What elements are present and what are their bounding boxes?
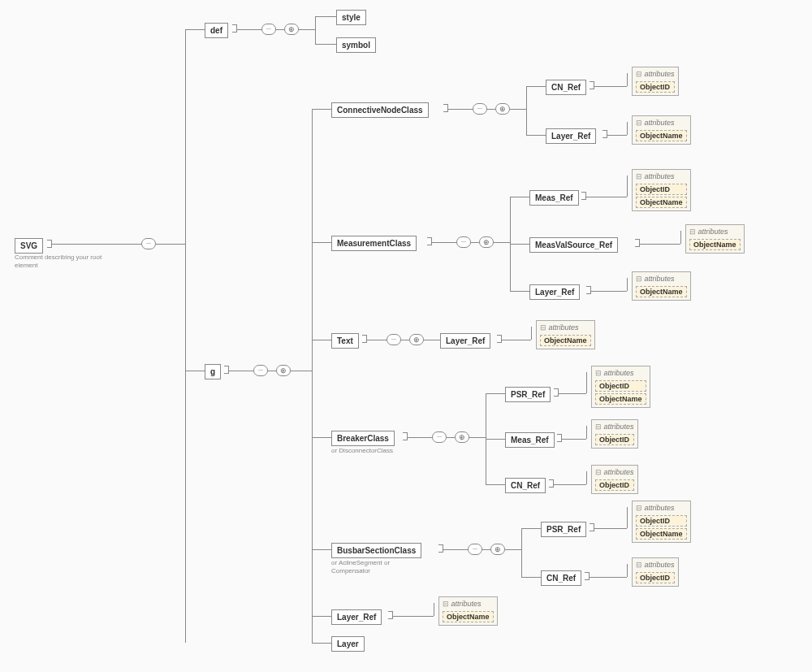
- attrbox-measref-2: attributes ObjectID: [591, 419, 638, 449]
- node-g: g: [205, 364, 221, 379]
- attrbox-layerref-4: attributes ObjectName: [438, 596, 498, 626]
- node-cn-ref-3: CN_Ref: [541, 570, 581, 586]
- connector-choice-def: [284, 24, 299, 35]
- attrbox-measvalsource: attributes ObjectName: [685, 224, 745, 254]
- attrbox-cnref-2: attributes ObjectID: [591, 465, 638, 494]
- diagram-canvas: SVG Comment describing your root element…: [8, 8, 804, 664]
- connector-choice-bsc: [490, 544, 505, 555]
- node-cn-ref-2: CN_Ref: [505, 478, 546, 493]
- attrbox-cnref-1: attributes ObjectID: [632, 67, 679, 96]
- node-svg: SVG: [15, 238, 43, 254]
- connector-choice-cnc: [495, 103, 510, 115]
- node-layer-ref-2: Layer_Ref: [529, 284, 580, 300]
- connector-choice-bc: [455, 431, 469, 443]
- node-psr-ref-1: PSR_Ref: [505, 387, 551, 402]
- node-layer-ref-4: Layer_Ref: [331, 609, 382, 625]
- node-cnc: ConnectiveNodeClass: [331, 102, 429, 118]
- node-style: style: [336, 10, 366, 25]
- attrbox-cnref-3: attributes ObjectID: [632, 557, 679, 587]
- comment-root: Comment describing your root element: [15, 254, 112, 269]
- node-mc: MeasurementClass: [331, 236, 417, 251]
- node-measvalsource-ref: MeasValSource_Ref: [529, 237, 618, 253]
- node-symbol: symbol: [336, 37, 376, 53]
- connector-seq-root: [141, 238, 156, 249]
- node-psr-ref-2: PSR_Ref: [541, 522, 586, 537]
- node-bc: BreakerClass: [331, 431, 395, 446]
- connector-seq-mc: [456, 236, 471, 248]
- connector-choice-mc: [479, 236, 494, 248]
- node-cn-ref-1: CN_Ref: [546, 80, 586, 95]
- connector-choice-g: [276, 365, 291, 376]
- attrbox-layerref-2: attributes ObjectName: [632, 271, 691, 301]
- connector-choice-text: [409, 334, 424, 345]
- node-def: def: [205, 23, 228, 38]
- attrbox-measref-1: attributes ObjectID ObjectName: [632, 169, 691, 211]
- connector-seq-def: [261, 24, 276, 35]
- attrbox-layerref-1: attributes ObjectName: [632, 115, 691, 145]
- comment-bc: or DisconnectorClass: [331, 447, 393, 455]
- attrbox-text-layerref: attributes ObjectName: [536, 320, 595, 349]
- node-meas-ref-1: Meas_Ref: [529, 190, 579, 206]
- comment-bsc: or AclineSegment or Compensator: [331, 559, 429, 574]
- node-text: Text: [331, 333, 359, 349]
- node-layer-ref-1: Layer_Ref: [546, 128, 596, 144]
- node-layer-ref-3: Layer_Ref: [440, 333, 490, 349]
- node-meas-ref-2: Meas_Ref: [505, 432, 555, 448]
- node-layer: Layer: [331, 636, 365, 652]
- connector-seq-bc: [432, 431, 447, 443]
- attrbox-psrref-1: attributes ObjectID ObjectName: [591, 366, 650, 408]
- attrbox-psrref-2: attributes ObjectID ObjectName: [632, 501, 691, 543]
- connector-seq-text: [387, 334, 401, 345]
- connector-seq-cnc: [473, 103, 487, 115]
- connector-seq-bsc: [468, 544, 482, 555]
- connector-seq-g: [253, 365, 268, 376]
- node-bsc: BusbarSectionClass: [331, 543, 421, 558]
